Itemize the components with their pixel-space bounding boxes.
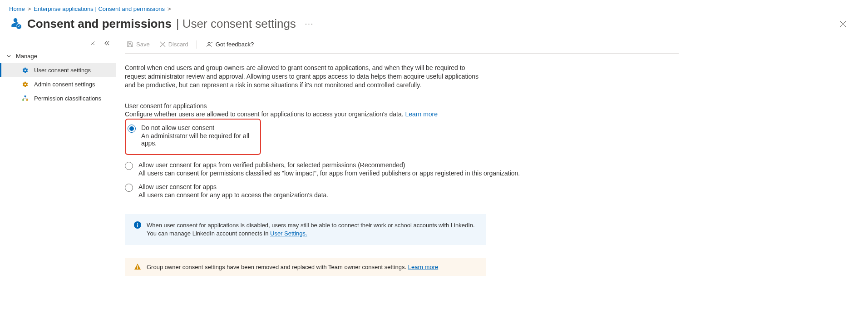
sidebar-collapse-button[interactable] — [104, 41, 109, 45]
sidebar-pin-button[interactable] — [90, 41, 95, 45]
sidebar-section-label: Manage — [16, 53, 37, 60]
sidebar-item-permission-classifications[interactable]: Permission classifications — [0, 91, 116, 105]
radio-description: An administrator will be required for al… — [141, 132, 256, 147]
section-subtext: Configure whether users are allowed to c… — [125, 110, 679, 118]
radio-label: Do not allow user consent — [141, 124, 256, 131]
learn-more-link[interactable]: Learn more — [405, 110, 438, 118]
chevron-down-icon — [6, 54, 11, 59]
svg-point-8 — [137, 268, 138, 269]
toolbar: Save Discard Got feedback? — [125, 38, 679, 54]
save-button[interactable]: Save — [125, 40, 152, 49]
svg-rect-1 — [22, 99, 24, 100]
learn-more-link[interactable]: Learn more — [408, 264, 438, 270]
highlighted-option: Do not allow user consent An administrat… — [125, 119, 261, 155]
radio-description: All users can consent for permissions cl… — [138, 170, 520, 177]
discard-button[interactable]: Discard — [158, 40, 190, 49]
close-button[interactable] — [836, 19, 850, 29]
page-title: Consent and permissions — [27, 17, 172, 31]
save-icon — [127, 41, 133, 48]
svg-point-3 — [212, 42, 212, 42]
sidebar-item-label: Permission classifications — [34, 95, 101, 102]
page-header: Consent and permissions | User consent s… — [0, 15, 868, 35]
discard-label: Discard — [168, 41, 188, 48]
breadcrumb: Home > Enterprise applications | Consent… — [0, 0, 868, 15]
info-callout-text: When user consent for applications is di… — [147, 222, 475, 237]
radio-label: Allow user consent for apps — [138, 183, 328, 190]
breadcrumb-sep: > — [28, 5, 31, 12]
warning-callout: Group owner consent settings have been r… — [125, 258, 486, 276]
svg-rect-5 — [137, 224, 138, 227]
page-subtitle: | User consent settings — [176, 17, 296, 31]
radio-button[interactable] — [125, 184, 133, 192]
radio-button[interactable] — [128, 125, 136, 133]
hierarchy-icon — [21, 95, 29, 102]
svg-point-6 — [137, 223, 138, 224]
radio-label: Allow user consent for apps from verifie… — [138, 161, 520, 169]
sidebar-item-label: User consent settings — [34, 67, 91, 74]
more-actions-button[interactable]: ··· — [305, 20, 314, 28]
radio-option-2[interactable]: Allow user consent for apps from verifie… — [125, 160, 679, 179]
main-content: Save Discard Got feedback? Control when … — [116, 35, 697, 294]
section-heading: User consent for applications — [125, 102, 679, 110]
discard-icon — [160, 41, 166, 47]
radio-option-3[interactable]: Allow user consent for apps All users ca… — [125, 181, 679, 200]
sidebar-section-manage[interactable]: Manage — [0, 49, 116, 63]
info-callout: When user consent for applications is di… — [125, 214, 486, 245]
warning-icon — [134, 263, 141, 270]
sidebar: Manage User consent settings Admin conse… — [0, 35, 116, 105]
intro-text: Control when end users and group owners … — [125, 54, 488, 92]
breadcrumb-home[interactable]: Home — [9, 5, 25, 12]
sidebar-item-user-consent-settings[interactable]: User consent settings — [0, 63, 116, 77]
feedback-label: Got feedback? — [216, 41, 254, 48]
radio-description: All users can consent for any app to acc… — [138, 191, 328, 199]
warning-callout-text: Group owner consent settings have been r… — [147, 264, 408, 270]
svg-rect-2 — [26, 99, 28, 100]
consent-icon — [9, 18, 22, 30]
radio-button[interactable] — [125, 162, 133, 170]
svg-rect-7 — [137, 265, 138, 268]
gear-icon — [21, 81, 29, 88]
save-label: Save — [136, 41, 150, 48]
feedback-icon — [205, 41, 213, 48]
radio-option-1[interactable]: Do not allow user consent An administrat… — [126, 122, 256, 149]
breadcrumb-item-1[interactable]: Enterprise applications | Consent and pe… — [34, 5, 165, 12]
user-settings-link[interactable]: User Settings. — [270, 230, 307, 237]
svg-rect-0 — [24, 95, 26, 97]
sidebar-item-admin-consent-settings[interactable]: Admin consent settings — [0, 77, 116, 91]
info-icon — [134, 221, 141, 238]
feedback-button[interactable]: Got feedback? — [203, 40, 256, 49]
breadcrumb-sep: > — [168, 5, 171, 12]
sidebar-item-label: Admin consent settings — [34, 81, 95, 88]
gear-icon — [21, 67, 29, 74]
toolbar-divider — [197, 40, 197, 49]
